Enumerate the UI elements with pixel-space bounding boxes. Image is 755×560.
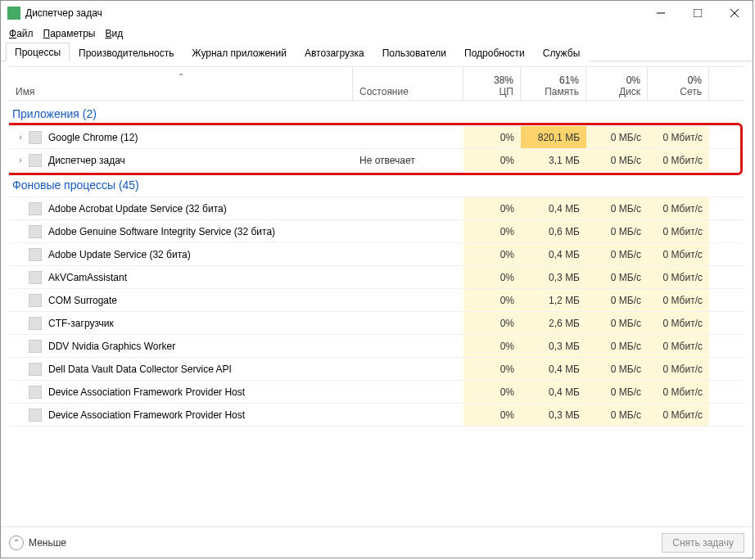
tab-details[interactable]: Подробности — [455, 43, 534, 61]
tab-processes[interactable]: Процессы — [6, 43, 70, 61]
cell-state — [353, 220, 463, 242]
cell-memory: 3,1 МБ — [521, 149, 586, 171]
minimize-button[interactable] — [642, 1, 679, 25]
cell-cpu: 0% — [463, 289, 521, 311]
col-network[interactable]: 0% Сеть — [648, 67, 709, 100]
process-name: CTF-загрузчик — [48, 318, 114, 329]
cell-cpu: 0% — [463, 220, 521, 242]
menu-file[interactable]: Файл — [4, 26, 38, 41]
cell-memory: 0,6 МБ — [521, 220, 586, 242]
expand-icon[interactable]: › — [16, 133, 25, 142]
table-row[interactable]: DDV Nvidia Graphics Worker0%0,3 МБ0 МБ/с… — [9, 335, 744, 358]
tab-users[interactable]: Пользователи — [373, 43, 455, 61]
cell-network: 0 Мбит/с — [648, 335, 709, 357]
col-cpu[interactable]: 38% ЦП — [463, 67, 521, 100]
cell-state: Не отвечает — [353, 149, 463, 171]
table-row[interactable]: Adobe Update Service (32 бита)0%0,4 МБ0 … — [9, 243, 744, 266]
cell-disk: 0 МБ/с — [586, 126, 648, 148]
table-row[interactable]: Adobe Genuine Software Integrity Service… — [9, 220, 744, 243]
cell-state — [353, 289, 463, 311]
cell-name: Adobe Update Service (32 бита) — [9, 243, 353, 265]
process-icon — [29, 317, 42, 330]
process-icon — [29, 225, 42, 238]
col-memory[interactable]: 61% Память — [521, 67, 586, 100]
cell-disk: 0 МБ/с — [586, 312, 648, 334]
cell-memory: 0,4 МБ — [521, 381, 586, 403]
process-icon — [29, 202, 42, 215]
end-task-button[interactable]: Снять задачу — [662, 533, 744, 553]
fewer-details-label: Меньше — [29, 537, 66, 549]
process-icon — [29, 154, 42, 167]
process-name: Adobe Update Service (32 бита) — [48, 249, 191, 260]
sort-arrow-icon: ⌃ — [16, 72, 346, 81]
table-row[interactable]: COM Surrogate0%1,2 МБ0 МБ/с0 Мбит/с — [9, 289, 744, 312]
maximize-button[interactable] — [679, 1, 716, 25]
disk-label: Диск — [619, 86, 640, 97]
titlebar[interactable]: Диспетчер задач — [1, 1, 753, 25]
tab-startup[interactable]: Автозагрузка — [296, 43, 373, 61]
footer-bar: ⌃ Меньше Снять задачу — [1, 526, 753, 558]
table-row[interactable]: Dell Data Vault Data Collector Service A… — [9, 358, 744, 381]
tab-app-history[interactable]: Журнал приложений — [183, 43, 296, 61]
process-table: ⌃ Имя Состояние 38% ЦП 61% Память 0% Дис… — [1, 61, 753, 526]
cell-network: 0 Мбит/с — [648, 404, 709, 426]
cell-cpu: 0% — [463, 149, 521, 171]
close-icon — [730, 9, 739, 17]
cell-network: 0 Мбит/с — [648, 126, 709, 148]
cell-disk: 0 МБ/с — [586, 381, 648, 403]
cell-state — [353, 335, 463, 357]
cell-memory: 0,3 МБ — [521, 335, 586, 357]
table-row[interactable]: Adobe Acrobat Update Service (32 бита)0%… — [9, 197, 744, 220]
cell-cpu: 0% — [463, 266, 521, 288]
tab-strip: Процессы Производительность Журнал прило… — [1, 42, 753, 61]
maximize-icon — [694, 9, 702, 17]
expand-icon[interactable]: › — [16, 156, 25, 165]
cell-network: 0 Мбит/с — [648, 243, 709, 265]
process-name: Adobe Acrobat Update Service (32 бита) — [48, 203, 227, 215]
cell-name: COM Surrogate — [9, 289, 353, 311]
cell-cpu: 0% — [463, 312, 521, 334]
process-icon — [29, 340, 42, 353]
process-list[interactable]: Приложения (2)›Google Chrome (12)0%820,1… — [9, 101, 744, 522]
cell-name: Device Association Framework Provider Ho… — [9, 381, 353, 403]
col-name[interactable]: ⌃ Имя — [9, 67, 353, 100]
table-row[interactable]: ›Google Chrome (12)0%820,1 МБ0 МБ/с0 Мби… — [9, 126, 744, 149]
process-name: Device Association Framework Provider Ho… — [48, 409, 245, 421]
col-disk[interactable]: 0% Диск — [586, 67, 648, 100]
cell-network: 0 Мбит/с — [648, 266, 709, 288]
menu-view[interactable]: Вид — [100, 26, 128, 41]
cell-disk: 0 МБ/с — [586, 266, 648, 288]
process-name: DDV Nvidia Graphics Worker — [48, 341, 175, 352]
mem-pct: 61% — [559, 75, 579, 86]
cell-state — [353, 126, 463, 148]
process-icon — [29, 271, 42, 284]
tab-services[interactable]: Службы — [534, 43, 589, 61]
close-button[interactable] — [716, 1, 753, 25]
cell-cpu: 0% — [463, 335, 521, 357]
cell-memory: 0,3 МБ — [521, 404, 586, 426]
disk-pct: 0% — [626, 75, 640, 86]
cell-disk: 0 МБ/с — [586, 335, 648, 357]
col-state[interactable]: Состояние — [353, 67, 463, 100]
cell-memory: 0,4 МБ — [521, 358, 586, 380]
menubar: Файл Параметры Вид — [1, 25, 753, 42]
table-row[interactable]: ›Диспетчер задачНе отвечает0%3,1 МБ0 МБ/… — [9, 149, 744, 172]
table-row[interactable]: Device Association Framework Provider Ho… — [9, 381, 744, 404]
net-pct: 0% — [688, 75, 702, 86]
cell-memory: 2,6 МБ — [521, 312, 586, 334]
cell-name: ›Google Chrome (12) — [9, 126, 353, 148]
table-row[interactable]: CTF-загрузчик0%2,6 МБ0 МБ/с0 Мбит/с — [9, 312, 744, 335]
process-name: Dell Data Vault Data Collector Service A… — [48, 364, 232, 375]
table-row[interactable]: Device Association Framework Provider Ho… — [9, 404, 744, 427]
col-name-label: Имя — [16, 86, 346, 97]
menu-options[interactable]: Параметры — [38, 26, 101, 41]
cell-disk: 0 МБ/с — [586, 404, 648, 426]
cell-memory: 0,3 МБ — [521, 266, 586, 288]
tab-performance[interactable]: Производительность — [70, 43, 183, 61]
cell-state — [353, 312, 463, 334]
table-row[interactable]: AkVCamAssistant0%0,3 МБ0 МБ/с0 Мбит/с — [9, 266, 744, 289]
process-name: AkVCamAssistant — [48, 272, 127, 283]
cell-name: Device Association Framework Provider Ho… — [9, 404, 353, 426]
fewer-details-button[interactable]: ⌃ Меньше — [9, 535, 66, 550]
cell-memory: 820,1 МБ — [521, 126, 586, 148]
